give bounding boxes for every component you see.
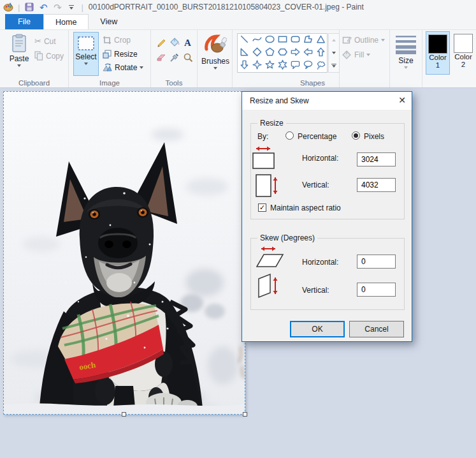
group-clipboard: Paste ✂ Cut Copy Clipboard xyxy=(0,30,69,87)
shape-five-point-star[interactable] xyxy=(264,59,275,72)
pencil-icon[interactable] xyxy=(156,37,166,49)
shape-polygon[interactable] xyxy=(303,34,314,47)
shape-left-arrow[interactable] xyxy=(303,47,314,59)
resize-button[interactable]: Resize xyxy=(103,50,138,59)
shape-cloud-callout[interactable] xyxy=(315,59,326,72)
workspace: ooch xyxy=(0,88,476,458)
color-picker-icon[interactable] xyxy=(169,52,180,64)
undo-icon[interactable]: ↶ xyxy=(38,1,49,13)
resize-icon xyxy=(103,50,112,59)
resize-horizontal-input[interactable] xyxy=(357,152,396,166)
group-label-shapes: Shapes xyxy=(233,79,339,87)
canvas-resize-handle-bottom[interactable] xyxy=(122,412,126,417)
shape-four-point-star[interactable] xyxy=(252,59,263,72)
color1-button[interactable]: Color 1 xyxy=(426,31,450,75)
shape-rounded-rectangular-callout[interactable] xyxy=(290,59,301,72)
fill-icon xyxy=(342,50,352,59)
customize-quick-access-icon[interactable] xyxy=(66,1,77,13)
rotate-icon xyxy=(103,63,112,72)
vertical-resize-icon xyxy=(256,174,281,198)
shape-down-arrow[interactable] xyxy=(239,59,250,72)
percentage-radio[interactable] xyxy=(285,131,294,140)
canvas-resize-handle-corner[interactable] xyxy=(243,412,247,417)
group-size: Size xyxy=(390,30,422,87)
shape-rectangle[interactable] xyxy=(277,34,288,47)
qat-separator: | xyxy=(81,3,83,12)
percentage-label: Percentage xyxy=(298,132,336,141)
group-label-tools: Tools xyxy=(151,79,197,87)
shapes-more-icon[interactable] xyxy=(329,59,339,72)
shape-up-arrow[interactable] xyxy=(315,47,326,59)
horizontal-skew-icon xyxy=(256,246,284,269)
shapes-scroll-down-icon[interactable] xyxy=(329,47,339,59)
titlebar: | ↶ ↷ | 00100dPORTRAIT_00100_BURST201812… xyxy=(0,0,476,14)
shape-pentagon[interactable] xyxy=(264,47,275,59)
resize-vertical-label: Vertical: xyxy=(302,181,329,189)
shape-oval[interactable] xyxy=(264,34,275,47)
cut-button[interactable]: ✂ Cut xyxy=(34,36,56,46)
crop-button[interactable]: Crop xyxy=(103,36,131,45)
shape-rounded-rectangle[interactable] xyxy=(290,34,301,47)
maintain-aspect-checkbox[interactable]: ✓ xyxy=(258,203,266,212)
brushes-button[interactable]: Brushes xyxy=(202,33,229,70)
window-title: 00100dPORTRAIT_00100_BURST20181210105804… xyxy=(89,3,364,11)
magnifier-icon[interactable] xyxy=(183,52,193,64)
text-icon[interactable]: A xyxy=(184,38,191,48)
fill-with-color-icon[interactable] xyxy=(169,37,180,49)
group-brushes: Brushes xyxy=(198,30,233,87)
resize-horizontal-label: Horizontal: xyxy=(302,154,338,163)
eraser-icon[interactable] xyxy=(156,53,166,64)
redo-icon[interactable]: ↷ xyxy=(52,1,63,13)
shape-right-triangle[interactable] xyxy=(239,47,250,59)
shapes-gallery xyxy=(237,33,328,73)
paste-button[interactable]: Paste xyxy=(6,34,32,67)
select-button[interactable]: Select xyxy=(73,32,99,76)
maintain-aspect-label: Maintain aspect ratio xyxy=(270,203,341,212)
resize-vertical-input[interactable] xyxy=(357,178,396,192)
resize-section-label: Resize xyxy=(257,119,286,128)
shape-six-point-star[interactable] xyxy=(277,59,288,72)
shape-diamond[interactable] xyxy=(252,47,263,59)
tab-view[interactable]: View xyxy=(89,14,129,29)
vertical-skew-icon xyxy=(257,274,285,298)
shape-right-arrow[interactable] xyxy=(290,47,301,59)
tab-home[interactable]: Home xyxy=(43,14,89,29)
crop-icon xyxy=(103,36,112,45)
shape-triangle[interactable] xyxy=(315,34,326,47)
shape-curve[interactable] xyxy=(252,34,263,47)
shapes-scroll-up-icon[interactable] xyxy=(329,34,339,47)
cancel-button[interactable]: Cancel xyxy=(349,321,404,337)
color2-button[interactable]: Color 2 xyxy=(451,31,475,75)
rotate-dropdown-icon xyxy=(140,66,143,69)
group-label-image: Image xyxy=(69,79,150,87)
dialog-titlebar[interactable]: Resize and Skew ✕ xyxy=(242,92,412,110)
pixels-label: Pixels xyxy=(364,132,384,141)
canvas[interactable]: ooch xyxy=(3,91,245,415)
shape-line[interactable] xyxy=(239,34,250,47)
size-button[interactable]: Size xyxy=(394,34,417,69)
ribbon: Paste ✂ Cut Copy Clipboard xyxy=(0,30,476,88)
qat-separator: | xyxy=(18,3,20,12)
ok-button[interactable]: OK xyxy=(290,321,345,337)
skew-horizontal-input[interactable] xyxy=(357,255,396,269)
dialog-title: Resize and Skew xyxy=(250,96,309,105)
paste-icon xyxy=(11,34,27,53)
group-shapes: Shapes xyxy=(233,30,340,87)
fill-button[interactable]: Fill xyxy=(342,50,370,59)
paint-window: | ↶ ↷ | 00100dPORTRAIT_00100_BURST201812… xyxy=(0,0,476,458)
pixels-radio[interactable] xyxy=(352,131,360,140)
tab-file[interactable]: File xyxy=(5,14,43,29)
select-icon xyxy=(77,36,95,51)
dialog-close-icon[interactable]: ✕ xyxy=(395,93,409,107)
skew-vertical-input[interactable] xyxy=(357,283,396,297)
fill-dropdown-icon xyxy=(366,54,370,56)
shape-hexagon[interactable] xyxy=(277,47,288,59)
outline-button[interactable]: Outline xyxy=(342,36,385,45)
shapes-scrollbar xyxy=(328,33,340,73)
horizontal-resize-icon xyxy=(252,145,278,170)
copy-button[interactable]: Copy xyxy=(34,51,64,61)
rotate-button[interactable]: Rotate xyxy=(103,63,143,72)
shape-oval-callout[interactable] xyxy=(303,59,314,72)
save-icon[interactable] xyxy=(24,1,35,13)
group-label-clipboard: Clipboard xyxy=(0,79,68,87)
